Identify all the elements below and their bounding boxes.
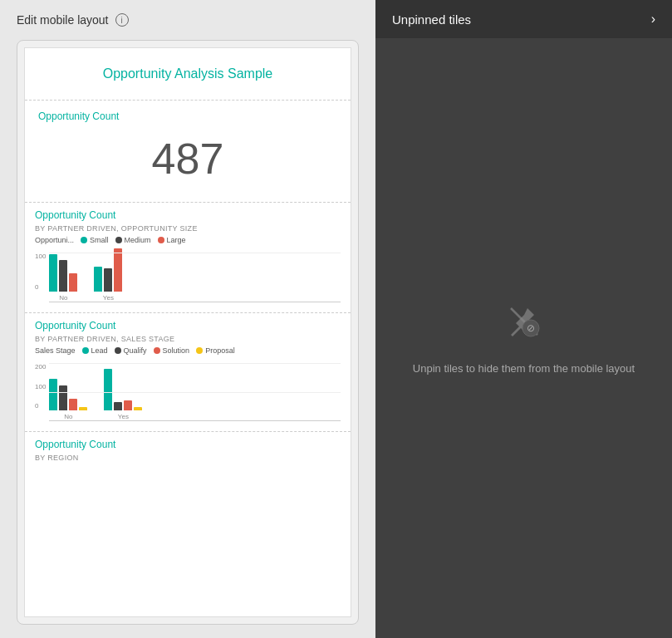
chart2-subtitle: BY PARTNER DRIVEN, SALES STAGE	[35, 335, 341, 343]
right-panel-body: ⊘ Unpin tiles to hide them from the mobi…	[375, 38, 672, 638]
count-tile[interactable]: Opportunity Count 487	[25, 101, 351, 203]
chart2-bar-yes-label: Yes	[118, 413, 129, 420]
right-panel-header[interactable]: Unpinned tiles ›	[375, 0, 672, 38]
bar-yes-medium	[104, 268, 112, 292]
bar-no-large	[69, 273, 77, 292]
medium-dot	[115, 237, 122, 243]
left-panel-header: Edit mobile layout i	[17, 13, 359, 27]
chart1-tile[interactable]: Opportunity Count BY PARTNER DRIVEN, OPP…	[25, 203, 351, 313]
chart1-legend-prefix: Opportuni...	[35, 236, 74, 244]
chart1-bars: No Yes	[49, 253, 341, 302]
bar2-no-qualify	[59, 385, 67, 410]
count-value: 487	[38, 125, 337, 192]
bar-yes-small	[94, 267, 102, 292]
bar2-yes-qualify	[114, 402, 122, 410]
chart2-title: Opportunity Count	[35, 320, 341, 331]
bar-group-no: No	[49, 254, 77, 302]
chart2-legend-proposal: Proposal	[196, 346, 235, 355]
bar-yes-large	[114, 248, 122, 292]
chart2-legend-lead: Lead	[82, 346, 108, 355]
grid-top	[49, 253, 341, 253]
lead-dot	[82, 347, 89, 354]
small-dot	[81, 237, 87, 243]
chart2-legend-solution: Solution	[154, 346, 190, 355]
right-arrow-icon[interactable]: ›	[651, 12, 655, 27]
bar2-yes-proposal	[134, 407, 142, 410]
chart2-legend-qualify: Qualify	[115, 346, 147, 355]
grid-mid2	[49, 392, 341, 393]
chart1-area: 100 0 No	[35, 248, 341, 306]
bar-group-no-bars	[49, 254, 77, 292]
chart3-title: Opportunity Count	[35, 439, 341, 450]
qualify-dot	[115, 347, 121, 354]
solution-dot	[154, 347, 160, 354]
chart1-subtitle: BY PARTNER DRIVEN, OPPORTUNITY SIZE	[35, 224, 341, 233]
chart1-legend-medium: Medium	[115, 236, 151, 244]
chart1-legend: Opportuni... Small Medium Large	[35, 236, 341, 244]
edit-mobile-layout-title: Edit mobile layout	[17, 13, 109, 27]
large-dot	[158, 237, 164, 243]
bar2-no-solution	[69, 399, 77, 410]
chart2-bars: No Yes	[49, 363, 341, 421]
unpin-icon: ⊘	[504, 302, 544, 349]
bar2-no-lead	[49, 379, 57, 410]
chart1-legend-large: Large	[158, 236, 186, 244]
chart3-tile[interactable]: Opportunity Count BY REGION	[25, 432, 351, 616]
bar2-no-proposal	[79, 407, 87, 410]
chart2-bar-no-label: No	[64, 413, 72, 420]
chart2-area: 200 100 0	[35, 358, 341, 425]
bar-group-yes: Yes	[94, 248, 122, 302]
svg-text:⊘: ⊘	[527, 322, 535, 334]
bar-yes-label: Yes	[103, 294, 114, 302]
chart2-bar-group-yes-bars	[104, 369, 142, 410]
chart2-bar-group-no: No	[49, 379, 87, 420]
bar-no-label: No	[59, 294, 67, 302]
title-tile[interactable]: Opportunity Analysis Sample	[25, 48, 351, 101]
proposal-dot	[196, 347, 203, 354]
bar2-yes-solution	[124, 400, 132, 410]
grid-top2	[49, 363, 341, 364]
count-label: Opportunity Count	[38, 110, 337, 122]
unpinned-tiles-title: Unpinned tiles	[392, 12, 471, 27]
chart1-y-labels: 100 0	[35, 253, 46, 302]
chart2-tile[interactable]: Opportunity Count BY PARTNER DRIVEN, SAL…	[25, 313, 351, 432]
chart2-y-labels: 200 100 0	[35, 363, 46, 421]
left-panel: Edit mobile layout i Opportunity Analysi…	[0, 0, 375, 638]
bar-no-medium	[59, 260, 67, 292]
chart1-title: Opportunity Count	[35, 209, 341, 221]
bar-no-small	[49, 254, 57, 292]
mobile-content: Opportunity Analysis Sample Opportunity …	[24, 47, 351, 617]
right-panel: Unpinned tiles › ⊘ Unpin tiles to hide t…	[375, 0, 672, 638]
chart2-bar-group-no-bars	[49, 379, 87, 410]
chart3-subtitle: BY REGION	[35, 454, 341, 462]
info-icon[interactable]: i	[115, 13, 129, 27]
bar2-yes-lead	[104, 369, 112, 410]
mobile-frame: Opportunity Analysis Sample Opportunity …	[17, 40, 359, 625]
bar-group-yes-bars	[94, 248, 122, 292]
chart2-legend: Sales Stage Lead Qualify Solution	[35, 346, 341, 355]
report-title: Opportunity Analysis Sample	[38, 58, 337, 90]
chart2-legend-prefix: Sales Stage	[35, 346, 76, 355]
chart2-bar-group-yes: Yes	[104, 369, 142, 420]
unpin-description: Unpin tiles to hide them from the mobile…	[396, 362, 651, 375]
chart1-legend-small: Small	[81, 236, 109, 244]
